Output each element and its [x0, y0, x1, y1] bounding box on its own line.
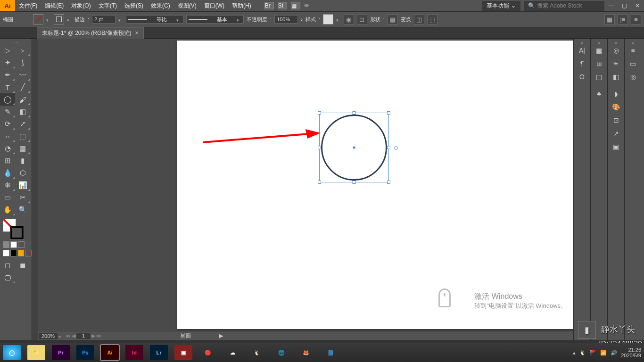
ellipse-tool[interactable]: ◯	[0, 93, 15, 106]
isolate-icon[interactable]: ⬚	[427, 14, 438, 25]
stroke-weight-input[interactable]	[92, 15, 116, 24]
document-tab[interactable]: 未标题-1* @ 200% (RGB/像素预览) ×	[37, 27, 144, 39]
screen-mode[interactable]: 🖵	[0, 272, 15, 284]
menu-file[interactable]: 文件(F)	[15, 2, 41, 10]
libraries-panel-icon[interactable]: ◎	[627, 71, 639, 83]
taskbar-app-photoshop[interactable]: Ps	[76, 345, 94, 360]
taskbar-app-notes[interactable]: 📘	[322, 345, 339, 360]
gradient-tool[interactable]: ▮	[15, 155, 30, 167]
swatches-panel-icon[interactable]: ⊡	[610, 114, 622, 126]
rotate-tool[interactable]: ⟳	[0, 118, 15, 130]
transform-icon[interactable]: ◫	[414, 14, 424, 25]
transform-panel-icon[interactable]: ⊞	[593, 58, 605, 70]
selection-tool[interactable]: ▷	[0, 44, 15, 57]
paragraph-panel-icon[interactable]: ¶	[576, 58, 588, 70]
artboards-panel-icon[interactable]: ▭	[627, 58, 639, 70]
system-tray[interactable]: ▴ 🐧 🚩 📶 🔊 21:262020/5/9	[573, 347, 641, 358]
live-corner-widget[interactable]	[394, 146, 398, 150]
pathfinder-panel-icon[interactable]: ◫	[593, 71, 605, 83]
stock-search[interactable]: 🔍搜索 Adobe Stock	[524, 1, 604, 11]
free-transform-tool[interactable]: ⬚	[15, 130, 30, 142]
menu-type[interactable]: 文字(T)	[95, 2, 121, 10]
direct-selection-tool[interactable]: ▹	[15, 44, 30, 57]
taskbar-app-ball[interactable]: 🔴	[199, 345, 217, 360]
menu-panel-icon[interactable]: ≡	[627, 44, 639, 57]
hand-tool[interactable]: ✋	[0, 204, 15, 216]
stock-icon[interactable]: St	[278, 2, 287, 9]
gpu-icon[interactable]: ⬬	[304, 2, 314, 9]
close-button[interactable]: ✕	[632, 1, 643, 10]
export-panel-icon[interactable]: ↗	[610, 127, 622, 140]
type-tool[interactable]: T	[0, 81, 15, 93]
appearance-panel-icon[interactable]: ◗	[610, 88, 622, 100]
toolbox-handle[interactable]	[0, 41, 32, 44]
taskbar-app-explorer[interactable]: 📁	[27, 345, 45, 360]
opentype-panel-icon[interactable]: O	[576, 71, 588, 83]
tray-clock[interactable]: 21:262020/5/9	[621, 347, 641, 358]
menu-effect[interactable]: 效果(C)	[147, 2, 174, 10]
taskbar-app-indesign[interactable]: Id	[125, 345, 143, 360]
recolor-icon[interactable]: ◉	[344, 14, 354, 25]
perspective-tool[interactable]: ▦	[15, 142, 30, 155]
curvature-tool[interactable]: 〰	[15, 69, 30, 81]
character-panel-icon[interactable]: A|	[576, 44, 588, 57]
menu-edit[interactable]: 编辑(E)	[41, 2, 67, 10]
taskbar-app-lightroom[interactable]: Lr	[150, 345, 168, 360]
menu-select[interactable]: 选择(S)	[121, 2, 147, 10]
taskbar-app-premiere[interactable]: Pr	[52, 345, 70, 360]
taskbar-app-qq[interactable]: 🐧	[248, 345, 266, 360]
close-tab-icon[interactable]: ×	[135, 30, 139, 36]
align-panel-icon[interactable]: ▦	[593, 44, 605, 57]
scale-tool[interactable]: ⤢	[15, 118, 30, 130]
minimize-button[interactable]: —	[605, 1, 617, 10]
layers-panel-icon[interactable]: ▣	[610, 140, 622, 153]
transform-button[interactable]: 变换	[401, 16, 411, 23]
draw-mode-behind[interactable]: ◼	[15, 259, 30, 272]
width-tool[interactable]: ↔	[0, 130, 15, 142]
opacity-input[interactable]	[274, 15, 298, 24]
shape-panel-icon[interactable]: ♣	[593, 88, 605, 100]
brush-combo[interactable]: 基本	[186, 15, 244, 24]
magic-wand-tool[interactable]: ✦	[0, 57, 15, 69]
align-icon[interactable]: ⊡	[357, 14, 367, 25]
tray-flag-icon[interactable]: 🚩	[590, 350, 596, 356]
maximize-button[interactable]: ▢	[619, 1, 630, 10]
tray-sound-icon[interactable]: 🔊	[611, 350, 617, 356]
paintbrush-tool[interactable]: 🖌	[15, 93, 30, 106]
panel-menu-icon[interactable]: ≡	[631, 14, 641, 25]
swatch-row[interactable]	[0, 250, 32, 256]
graph-tool[interactable]: 📊	[15, 179, 30, 191]
fill-stroke-swatch[interactable]	[3, 219, 24, 239]
shaper-tool[interactable]: ✎	[0, 106, 15, 118]
style-swatch[interactable]	[323, 14, 333, 25]
line-tool[interactable]: ╱	[15, 81, 30, 93]
eyedropper-tool[interactable]: 💧	[0, 167, 15, 179]
menu-help[interactable]: 帮助(H)	[228, 2, 255, 10]
color-mode-row[interactable]	[0, 241, 32, 248]
panel-toggle-1[interactable]: ▦	[604, 14, 615, 25]
shape-builder-tool[interactable]: ◔	[0, 142, 15, 155]
workspace-switcher[interactable]: 基本功能⌄	[482, 1, 520, 11]
artboard-nav[interactable]: ⏮◀1▶⏭	[66, 333, 101, 339]
taskbar-app-cloud[interactable]: ☁	[223, 345, 241, 360]
stroke-swatch[interactable]	[54, 14, 64, 25]
color-panel-icon[interactable]: 🎨	[610, 101, 622, 113]
panel-toggle-2[interactable]: |≡	[618, 14, 628, 25]
zoom-level[interactable]: 200%	[39, 333, 58, 339]
fill-swatch[interactable]	[33, 14, 43, 25]
taskbar-app-illustrator[interactable]: Ai	[101, 345, 119, 360]
shape-props-icon[interactable]: ▤	[388, 14, 398, 25]
tray-chevron-icon[interactable]: ▴	[573, 350, 576, 356]
cc-panel-icon[interactable]: ◎	[610, 44, 622, 57]
taskbar-app-firefox[interactable]: 🦊	[297, 345, 315, 360]
mesh-tool[interactable]: ⊞	[0, 155, 15, 167]
profile-combo[interactable]: 等比	[126, 15, 183, 24]
menu-object[interactable]: 对象(O)	[67, 2, 94, 10]
pen-tool[interactable]: ✒	[0, 69, 15, 81]
taskbar-app-video[interactable]: ▣	[174, 345, 192, 360]
menu-window[interactable]: 窗口(W)	[200, 2, 228, 10]
lasso-tool[interactable]: ⟆	[15, 57, 30, 69]
blend-tool[interactable]: ⬡	[15, 167, 30, 179]
symbol-sprayer-tool[interactable]: ❋	[0, 179, 15, 191]
brightness-panel-icon[interactable]: ☀	[610, 58, 622, 70]
